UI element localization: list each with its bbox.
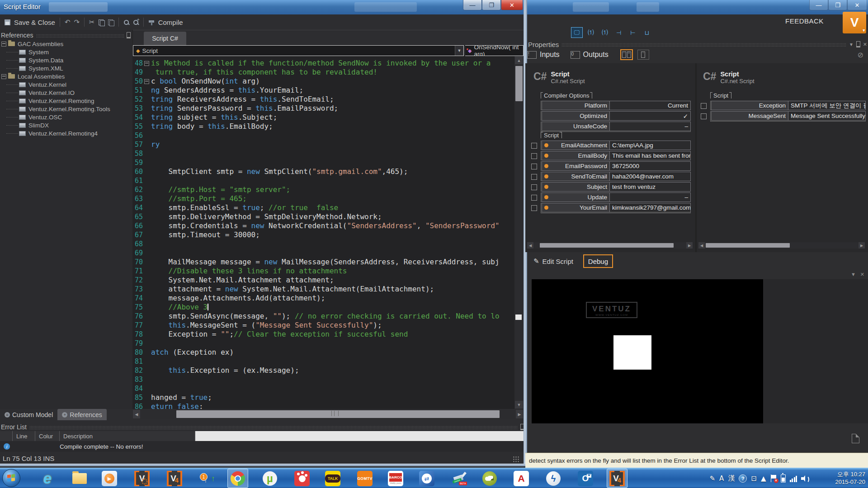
error-list-row[interactable]: i Compile complete -- No errors!: [0, 441, 524, 452]
action-center-icon[interactable]: ✕: [770, 474, 777, 482]
ventuz-config-icon[interactable]: V: [133, 470, 151, 487]
vertical-scrollbar[interactable]: ▲ ▼: [514, 56, 524, 409]
page-icon[interactable]: [852, 434, 859, 443]
bg-minimize-button[interactable]: —: [809, 0, 828, 10]
property-checkbox[interactable]: [531, 195, 537, 201]
property-row[interactable]: YourEmailkimkwansik2797@gmail.com: [541, 203, 691, 213]
search-replace-icon[interactable]: [133, 19, 139, 25]
tab-custom-model[interactable]: ≡ Custom Model: [0, 409, 57, 420]
panel-scroll-thumb[interactable]: [540, 243, 674, 248]
help-icon[interactable]: ?: [739, 474, 747, 483]
layout-dock-left-icon[interactable]: ⊣: [613, 27, 625, 38]
render-viewport[interactable]: VENTUZ WWW.VENTUZ.COM: [532, 279, 763, 423]
property-row[interactable]: MessageSentMessage Sent Successfully: [710, 111, 866, 122]
property-value[interactable]: –: [610, 193, 690, 202]
kakaotalk-icon[interactable]: TALK: [324, 470, 341, 487]
tab-script-csharp[interactable]: Script C#: [144, 32, 186, 45]
network-signal-icon[interactable]: [790, 475, 797, 482]
property-value[interactable]: test from ventuz: [610, 183, 690, 191]
split-view-toggle[interactable]: !0: [620, 49, 633, 60]
ventuz4-running-icon[interactable]: V4: [609, 470, 626, 487]
debug-button[interactable]: Debug: [583, 254, 613, 268]
volume-icon[interactable]: [801, 475, 809, 482]
feedback-link[interactable]: FEEDBACK: [785, 17, 824, 25]
property-row[interactable]: Optimized✓: [541, 111, 691, 121]
copy-icon[interactable]: [99, 19, 104, 25]
ime-hanja-icon[interactable]: 漢: [728, 474, 735, 483]
window-titlebar[interactable]: Script Editor — ❐ ✕ — ❐ ✕: [0, 0, 868, 14]
property-checkbox[interactable]: [531, 153, 537, 159]
reference-item[interactable]: SlimDX: [0, 121, 132, 129]
property-row[interactable]: Subjecttest from ventuz: [541, 182, 691, 192]
close-icon[interactable]: ✕: [863, 42, 867, 47]
property-row[interactable]: Update–: [541, 192, 691, 202]
scope-dropdown[interactable]: ◆ Script ▼: [133, 45, 464, 56]
gomtv-icon[interactable]: GOMTV: [356, 470, 373, 487]
reference-item[interactable]: Ventuz.Kernel.Remoting: [0, 97, 132, 105]
reference-item[interactable]: Local Assemblies: [0, 72, 132, 80]
ime-language-icon[interactable]: ✎: [710, 474, 716, 483]
search-icon[interactable]: [123, 19, 129, 25]
property-checkbox[interactable]: [701, 113, 707, 119]
panel-horizontal-scrollbar[interactable]: ◀ ▶: [527, 242, 693, 249]
gom-player-icon[interactable]: [293, 470, 311, 487]
window-border[interactable]: [0, 464, 527, 466]
reference-item[interactable]: Ventuz.OSC: [0, 113, 132, 121]
property-value[interactable]: This email has been sent from: [610, 151, 690, 160]
show-hidden-icons[interactable]: ▲: [761, 474, 766, 483]
reference-item[interactable]: Ventuz.Kernel.Remoting4: [0, 129, 132, 137]
ventuz4-icon[interactable]: V4: [166, 470, 183, 487]
scroll-right-icon[interactable]: ▶: [859, 242, 865, 249]
fold-collapse-icon[interactable]: [144, 79, 149, 84]
green-cloud-icon[interactable]: [481, 470, 498, 487]
error-column-line[interactable]: Line: [13, 431, 35, 441]
property-row[interactable]: PlatformCurrent: [541, 101, 691, 110]
tab-references[interactable]: + References: [57, 409, 107, 420]
property-value[interactable]: kimkwansik2797@gmail.com: [610, 203, 690, 212]
vertical-scroll-thumb[interactable]: [515, 66, 523, 101]
layout-split-icon[interactable]: ⑴: [599, 27, 611, 38]
monitor-layout-icon[interactable]: 🖵: [571, 27, 583, 38]
taskbar-clock[interactable]: 오후 10:27 2015-07-20: [835, 470, 866, 486]
collapse-icon[interactable]: [1, 74, 6, 79]
cut-icon[interactable]: ✂: [89, 18, 95, 26]
property-checkbox[interactable]: [531, 174, 537, 180]
property-value[interactable]: haha2004@naver.com: [610, 172, 690, 181]
tab-inputs[interactable]: ! Inputs: [527, 51, 560, 59]
start-button[interactable]: [2, 469, 20, 487]
pin-icon[interactable]: [856, 41, 860, 47]
property-value[interactable]: Current: [610, 101, 690, 110]
resize-grip[interactable]: [513, 456, 519, 462]
reference-item[interactable]: Ventuz.Kernel: [0, 80, 132, 89]
pin-icon[interactable]: [127, 32, 131, 38]
close-button[interactable]: ✕: [501, 0, 523, 10]
media-player-icon[interactable]: ▶: [101, 470, 118, 487]
adobe-reader-icon[interactable]: A: [513, 470, 530, 487]
undo-icon[interactable]: ↶: [65, 18, 71, 26]
chrome-icon[interactable]: [229, 470, 246, 487]
scroll-right-icon[interactable]: ▶: [686, 242, 693, 249]
reference-item[interactable]: Ventuz.Kernel.Remoting.Tools: [0, 105, 132, 113]
layout-dock-right-icon[interactable]: ⊢: [627, 27, 639, 38]
property-checkbox[interactable]: [531, 164, 537, 169]
close-icon[interactable]: ✕: [860, 272, 864, 277]
chevron-down-icon[interactable]: ▼: [851, 272, 856, 277]
property-checkbox[interactable]: [531, 184, 537, 190]
barco-icon[interactable]: BARCOVisibly yours: [387, 470, 404, 487]
chevron-down-icon[interactable]: ▼: [455, 46, 463, 56]
chevron-down-icon[interactable]: ▼: [849, 42, 854, 47]
redo-icon[interactable]: ↷: [74, 18, 80, 26]
fold-collapse-icon[interactable]: [144, 61, 149, 66]
property-value[interactable]: SMTP 서버에 보안 연결이 필: [788, 101, 865, 110]
updater-icon[interactable]: ↑1: [197, 470, 214, 487]
stacked-view-toggle[interactable]: !: [637, 50, 649, 60]
outlook-icon[interactable]: O: [577, 470, 594, 487]
property-value[interactable]: 36725000: [610, 162, 690, 170]
bg-maximize-button[interactable]: ❐: [828, 0, 847, 10]
layout-split-icon[interactable]: ⑴: [585, 27, 597, 38]
property-row[interactable]: EmailAttachmentC:\temp\AA.jpg: [541, 141, 691, 150]
property-row[interactable]: EmailBodyThis email has been sent from: [541, 151, 691, 160]
bg-close-button[interactable]: ✕: [847, 0, 867, 10]
error-column-column[interactable]: Colur: [35, 431, 60, 441]
property-row[interactable]: UnsafeCode–: [541, 122, 691, 132]
